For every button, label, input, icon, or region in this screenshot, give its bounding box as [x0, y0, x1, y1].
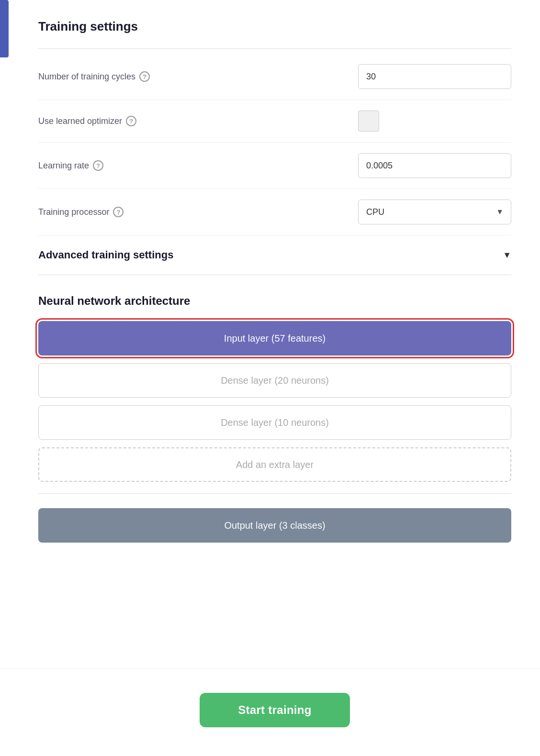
page-container: Training settings Number of training cyc… — [0, 0, 540, 756]
training-settings-title: Training settings — [38, 19, 511, 34]
num-cycles-help-icon[interactable]: ? — [139, 71, 150, 82]
left-accent-bar — [0, 0, 9, 57]
optimizer-label: Use learned optimizer ? — [38, 116, 136, 126]
optimizer-checkbox-wrapper — [358, 111, 511, 132]
processor-help-icon[interactable]: ? — [113, 207, 124, 217]
learning-rate-help-icon[interactable]: ? — [93, 160, 103, 171]
num-cycles-label: Number of training cycles ? — [38, 71, 150, 82]
optimizer-help-icon[interactable]: ? — [126, 116, 136, 126]
setting-row-learning-rate: Learning rate ? — [38, 143, 511, 189]
optimizer-checkbox[interactable] — [358, 111, 379, 132]
dense-layer-2-button[interactable]: Dense layer (10 neurons) — [38, 405, 511, 440]
advanced-settings-title: Advanced training settings — [38, 249, 173, 261]
top-divider — [38, 48, 511, 49]
dense-layer-1-button[interactable]: Dense layer (20 neurons) — [38, 363, 511, 398]
setting-row-processor: Training processor ? CPU GPU ▼ — [38, 189, 511, 235]
output-layer-button[interactable]: Output layer (3 classes) — [38, 508, 511, 543]
main-content: Training settings Number of training cyc… — [0, 0, 540, 668]
input-layer-button[interactable]: Input layer (57 features) — [38, 321, 511, 356]
processor-select[interactable]: CPU GPU — [358, 200, 511, 224]
footer-section: Start training — [0, 668, 540, 756]
advanced-settings-section[interactable]: Advanced training settings ▼ — [38, 235, 511, 275]
settings-grid: Number of training cycles ? Use learned … — [38, 54, 511, 235]
add-extra-layer-button[interactable]: Add an extra layer — [38, 447, 511, 482]
learning-rate-label: Learning rate ? — [38, 160, 103, 171]
start-training-button[interactable]: Start training — [200, 693, 350, 727]
layers-container: Input layer (57 features) Dense layer (2… — [38, 321, 511, 543]
setting-row-optimizer: Use learned optimizer ? — [38, 100, 511, 143]
advanced-settings-chevron-icon: ▼ — [503, 250, 511, 260]
learning-rate-input[interactable] — [358, 153, 511, 178]
neural-network-title: Neural network architecture — [38, 294, 511, 308]
neural-network-section: Neural network architecture Input layer … — [38, 275, 511, 543]
num-cycles-input[interactable] — [358, 64, 511, 89]
processor-label: Training processor ? — [38, 207, 124, 217]
layers-divider — [38, 493, 511, 494]
processor-select-wrapper: CPU GPU ▼ — [358, 200, 511, 224]
setting-row-num-cycles: Number of training cycles ? — [38, 54, 511, 100]
